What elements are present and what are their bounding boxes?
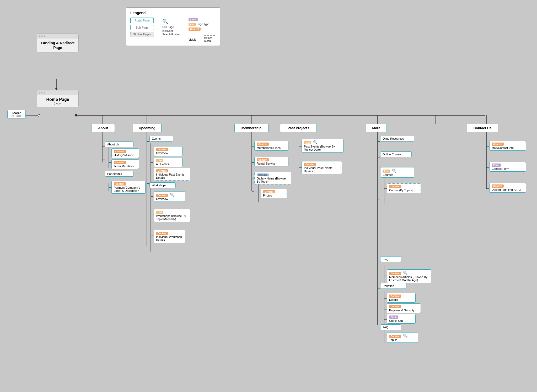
faq-label: FAQ	[383, 326, 388, 329]
online-resources-label: Oline Resources	[383, 137, 404, 140]
legend-box: Lengend Portal Page Sub Page Similar Pag…	[126, 7, 220, 46]
ind-workshop-card: Content Individual Workshop Details	[154, 230, 185, 243]
workshops-card: Workshops	[149, 182, 176, 188]
payment-security-label: Payment & Security	[389, 309, 418, 312]
all-events-label: All Events	[156, 162, 180, 166]
rental-service-card: Content Rental Service	[254, 157, 288, 166]
online-resources-card: Oline Resources	[380, 136, 414, 141]
donation-card: Donation	[380, 283, 406, 289]
badge-list-c: List	[383, 170, 390, 173]
badge-content-rs: Content	[257, 158, 269, 161]
landing-title: Landing & Redirect Page	[40, 41, 76, 50]
badge-content-mp: Content	[257, 143, 269, 146]
badge-content-ipe: Content	[156, 169, 168, 172]
membership-nav[interactable]: Membership	[234, 124, 268, 132]
partners-label: Partners(Company's Logo) & Description	[114, 186, 143, 192]
badge-content: Content	[189, 28, 201, 31]
badge-content-course: Content	[389, 185, 401, 188]
badge-content-hm: Content	[114, 150, 126, 153]
badge-list-ae: List	[156, 159, 163, 162]
diagram-container: Lengend Portal Page Sub Page Similar Pag…	[0, 0, 537, 392]
badge-content-d: Content	[389, 295, 401, 298]
courses-card: List 🔍 Courses	[380, 167, 414, 178]
events-overview-label: Overview	[156, 151, 180, 155]
badge-list-wl: List	[156, 211, 163, 214]
workshops-list-label: Workshops (Browse By Topics/Monthly)	[156, 214, 188, 221]
events-card: Events	[149, 136, 173, 141]
photos-card: Content Photos	[261, 189, 287, 198]
events-overview-card: Content Overview	[154, 146, 182, 156]
map-contact-card: Content Map/Contact Info.	[489, 141, 526, 151]
about-label: About	[98, 126, 108, 130]
ind-past-events-label: Individual Past Events Details	[156, 173, 188, 179]
history-mission-card: Content History/ Mission	[111, 148, 139, 158]
badge-form-co: Form	[389, 315, 398, 319]
about-us-card: About Us	[105, 141, 134, 147]
search-icon-c: 🔍	[392, 168, 396, 173]
upload-card: Content Upload (pdf, img, URL)	[489, 183, 526, 193]
badge-content-eo: Content	[156, 148, 168, 151]
partnership-label: Partnership	[107, 172, 122, 175]
badge-content-iw: Content	[156, 232, 168, 235]
badge-content-ps: Content	[389, 305, 401, 308]
payment-security-card: Content Payment & Security	[387, 303, 421, 313]
search-sub: (All Pages)	[10, 115, 23, 117]
team-members-label: Team Members	[114, 165, 137, 168]
online-course-card: Online Course	[380, 151, 412, 157]
photos-label: Photos	[263, 194, 284, 197]
badge-list: List	[189, 23, 196, 26]
team-members-card: Content Team Members	[111, 159, 139, 169]
about-us-label: About Us	[107, 143, 119, 146]
partners-card: Content Partners(Company's Logo) & Descr…	[111, 181, 146, 194]
faq-card: FAQ	[380, 324, 401, 330]
check-out-label: Check Out	[389, 319, 413, 322]
badge-content-t: Content	[389, 335, 401, 338]
behind-menu-label: Behind Menu	[204, 37, 212, 42]
ind-workshop-label: Individual Workshop Details	[156, 235, 183, 242]
course-card: Content Course (By Topics)	[387, 183, 421, 193]
details-card: Content Details	[387, 293, 416, 303]
workshops-label: Workshops	[152, 184, 166, 187]
legend-sub: Sub Page	[130, 25, 154, 30]
workshops-overview-card: Content 🔍 Overview	[154, 191, 185, 202]
donation-label: Donation	[383, 284, 394, 287]
landing-node: Landing & Redirect Page	[37, 34, 79, 52]
page-type-label: Page Type	[197, 23, 209, 26]
visible-label: Visible	[189, 38, 196, 41]
past-events-card: List 🔍 Past Events (Browse By Topics/ Da…	[302, 139, 343, 153]
search-icon-wo: 🔍	[170, 193, 174, 197]
upcoming-nav[interactable]: Upcoming	[133, 124, 162, 132]
topics-card: Content 🔍 Topics	[387, 332, 418, 343]
contact-form-label: Contact Form	[492, 167, 524, 170]
workshops-overview-label: Overview	[156, 197, 183, 200]
badge-galleries: Galleries	[257, 173, 269, 176]
contact-us-nav[interactable]: Contact Us	[467, 124, 498, 132]
svg-point-2	[38, 114, 40, 116]
badge-content-wo: Content	[156, 194, 168, 197]
badge-list-pe: List	[304, 141, 311, 144]
badge-content-ma: Content	[389, 272, 401, 275]
past-events-label: Past Events (Browse By Topics/ Date)	[304, 145, 341, 151]
more-nav[interactable]: More	[366, 124, 387, 132]
badge-form: Form	[189, 18, 198, 21]
badge-content-ph: Content	[263, 190, 275, 193]
badge-content-p: Content	[114, 182, 126, 186]
gallery-name-card: Galleries Gallery Name (Browse By Topic)	[254, 172, 291, 184]
course-label: Course (By Topics)	[389, 189, 418, 192]
svg-point-4	[75, 114, 77, 116]
history-mission-label: History/ Mission	[114, 154, 137, 157]
past-projects-nav[interactable]: Past Projects	[280, 124, 317, 132]
check-out-card: Form Check Out	[387, 314, 416, 324]
badge-content-u: Content	[492, 184, 504, 188]
about-nav[interactable]: About	[91, 124, 115, 132]
gallery-name-label: Gallery Name (Browse By Topic)	[257, 177, 289, 183]
membership-plans-card: Content Membership Plans	[254, 141, 288, 151]
badge-content-mc: Content	[492, 143, 504, 146]
badge-content-iped: Content	[304, 163, 316, 166]
legend-search-icon: 🔍	[162, 19, 168, 24]
membership-label: Membership	[241, 126, 262, 130]
past-projects-label: Past Projects	[288, 126, 309, 130]
members-articles-label: Member's Articles (Browse By Lastest-3 M…	[389, 275, 429, 282]
legend-portal: Portal Page	[130, 18, 154, 23]
ind-past-events-details-card: Content Individual Past Events Details	[302, 161, 342, 174]
